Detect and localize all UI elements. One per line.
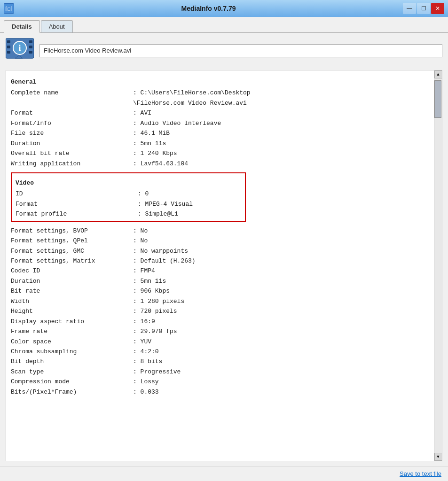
media-icon: i — [6, 38, 34, 63]
label-overall-bit-rate: Overall bit rate — [11, 148, 133, 158]
row-bits-pixel-frame: Bits/(Pixel*Frame) 0.033 — [11, 387, 429, 397]
value-duration-video: 5mn 11s — [133, 276, 166, 286]
row-bit-depth: Bit depth 8 bits — [11, 357, 429, 366]
info-content[interactable]: General Complete name C:\Users\FileHorse… — [6, 70, 434, 461]
scroll-up-arrow[interactable]: ▲ — [434, 70, 442, 78]
scrollbar[interactable]: ▲ ▼ — [434, 70, 442, 461]
value-bit-depth: 8 bits — [133, 357, 162, 366]
value-frame-rate: 29.970 fps — [133, 326, 177, 336]
row-video-id: ID 0 — [16, 189, 241, 199]
save-to-text-file-link[interactable]: Save to text file — [400, 470, 441, 477]
svg-text:i: i — [18, 43, 21, 53]
scroll-track[interactable] — [434, 78, 442, 453]
row-format-bvop: Format settings, BVOP No — [11, 226, 429, 236]
row-scan-type: Scan type Progressive — [11, 367, 429, 377]
row-format-matrix: Format settings, Matrix Default (H.263) — [11, 256, 429, 266]
label-bit-depth: Bit depth — [11, 357, 133, 366]
scroll-down-arrow[interactable]: ▼ — [434, 453, 442, 461]
label-duration-general: Duration — [11, 139, 133, 148]
row-duration-video: Duration 5mn 11s — [11, 276, 429, 286]
label-format-matrix: Format settings, Matrix — [11, 256, 133, 266]
value-format-qpel: No — [133, 236, 148, 246]
label-color-space: Color space — [11, 337, 133, 347]
footer: Save to text file — [0, 466, 448, 481]
label-height: Height — [11, 306, 133, 316]
value-width: 1 280 pixels — [133, 296, 184, 306]
value-format-matrix: Default (H.263) — [133, 256, 196, 266]
value-codec-id: FMP4 — [133, 266, 155, 276]
row-format-qpel: Format settings, QPel No — [11, 236, 429, 246]
row-codec-id: Codec ID FMP4 — [11, 266, 429, 276]
value-bits-pixel-frame: 0.033 — [133, 387, 159, 397]
value-duration-general: 5mn 11s — [133, 139, 166, 148]
row-format-profile: Format profile Simple@L1 — [16, 209, 241, 219]
label-format-gmc: Format settings, GMC — [11, 246, 133, 256]
label-format-general: Format — [11, 108, 133, 118]
file-header: i — [6, 38, 442, 63]
label-frame-rate: Frame rate — [11, 326, 133, 336]
label-format-info: Format/Info — [11, 118, 133, 128]
row-format-info: Format/Info Audio Video Interleave — [11, 118, 429, 128]
info-scroll-wrapper: General Complete name C:\Users\FileHorse… — [6, 70, 442, 461]
svg-rect-5 — [29, 46, 32, 48]
label-duration-video: Duration — [11, 276, 133, 286]
maximize-button[interactable]: ☐ — [417, 3, 430, 14]
row-format-gmc: Format settings, GMC No warppoints — [11, 246, 429, 256]
row-color-space: Color space YUV — [11, 337, 429, 347]
value-file-size: 46.1 MiB — [133, 128, 170, 138]
row-complete-name: Complete name C:\Users\FileHorse.com\Des… — [11, 88, 429, 108]
value-writing-app: Lavf54.63.104 — [133, 159, 188, 169]
row-width: Width 1 280 pixels — [11, 296, 429, 306]
value-format-info: Audio Video Interleave — [133, 118, 221, 128]
value-height: 720 pixels — [133, 306, 177, 316]
app-icon: [□] — [4, 3, 14, 14]
value-scan-type: Progressive — [133, 367, 181, 377]
value-format-gmc: No warppoints — [133, 246, 188, 256]
value-bit-rate: 906 Kbps — [133, 286, 170, 296]
row-compression-mode: Compression mode Lossy — [11, 377, 429, 387]
label-aspect-ratio: Display aspect ratio — [11, 317, 133, 326]
scroll-thumb[interactable] — [434, 80, 441, 118]
row-format-video: Format MPEG-4 Visual — [16, 199, 241, 209]
svg-rect-6 — [29, 51, 32, 54]
tab-bar: Details About — [0, 17, 448, 33]
value-compression-mode: Lossy — [133, 377, 159, 387]
label-format-profile: Format profile — [16, 209, 138, 219]
label-bit-rate: Bit rate — [11, 286, 133, 296]
label-compression-mode: Compression mode — [11, 377, 133, 387]
row-file-size: File size 46.1 MiB — [11, 128, 429, 138]
value-overall-bit-rate: 1 240 Kbps — [133, 148, 177, 158]
row-chroma-subsampling: Chroma subsampling 4:2:0 — [11, 347, 429, 357]
row-format-general: Format AVI — [11, 108, 429, 118]
value-complete-name: C:\Users\FileHorse.com\Desktop\FileHorse… — [133, 88, 251, 108]
window-controls: — ☐ ✕ — [403, 3, 444, 14]
label-video-id: ID — [16, 189, 138, 199]
row-height: Height 720 pixels — [11, 306, 429, 316]
value-format-general: AVI — [133, 108, 151, 118]
section-video-title: Video — [16, 178, 241, 188]
label-file-size: File size — [11, 128, 133, 138]
value-color-space: YUV — [133, 337, 151, 347]
title-bar: [□] MediaInfo v0.7.79 — ☐ ✕ — [0, 0, 448, 17]
minimize-button[interactable]: — — [403, 3, 416, 14]
row-duration-general: Duration 5mn 11s — [11, 139, 429, 148]
close-button[interactable]: ✕ — [431, 3, 444, 14]
window-body: Details About i — [0, 17, 448, 481]
tab-details[interactable]: Details — [4, 20, 40, 33]
label-codec-id: Codec ID — [11, 266, 133, 276]
label-width: Width — [11, 296, 133, 306]
row-frame-rate: Frame rate 29.970 fps — [11, 326, 429, 336]
label-format-video: Format — [16, 199, 138, 209]
svg-rect-1 — [7, 40, 10, 43]
label-format-bvop: Format settings, BVOP — [11, 226, 133, 236]
filename-input[interactable] — [39, 44, 442, 57]
label-bits-pixel-frame: Bits/(Pixel*Frame) — [11, 387, 133, 397]
row-writing-app: Writing application Lavf54.63.104 — [11, 159, 429, 169]
value-video-id: 0 — [138, 189, 149, 199]
row-aspect-ratio: Display aspect ratio 16:9 — [11, 317, 429, 326]
content-area: i General Complete name C:\Users\FileHor… — [0, 33, 448, 466]
value-format-video: MPEG-4 Visual — [138, 199, 193, 209]
tab-about[interactable]: About — [41, 20, 73, 32]
value-chroma-subsampling: 4:2:0 — [133, 347, 159, 357]
label-format-qpel: Format settings, QPel — [11, 236, 133, 246]
